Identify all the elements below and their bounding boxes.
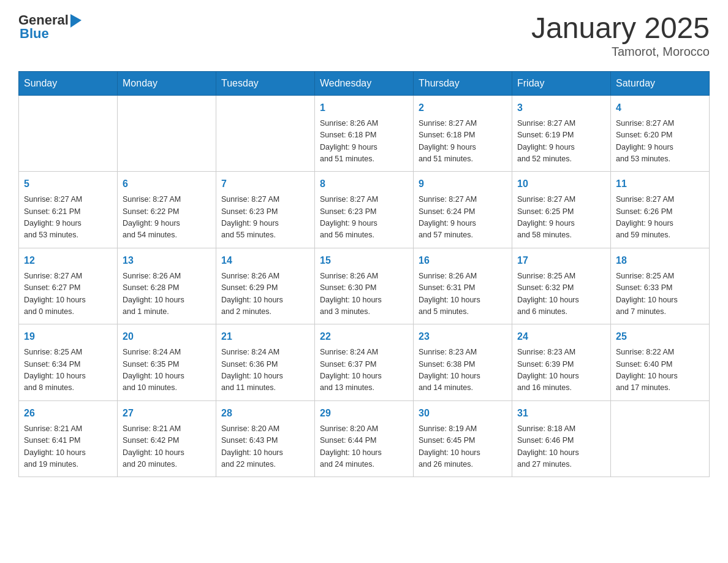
logo-arrow-icon <box>70 14 82 28</box>
calendar-cell: 17Sunrise: 8:25 AM Sunset: 6:32 PM Dayli… <box>512 248 611 324</box>
day-info: Sunrise: 8:27 AM Sunset: 6:21 PM Dayligh… <box>24 194 112 242</box>
calendar-cell <box>216 95 315 172</box>
day-info: Sunrise: 8:27 AM Sunset: 6:25 PM Dayligh… <box>517 194 605 242</box>
calendar-week-row: 26Sunrise: 8:21 AM Sunset: 6:41 PM Dayli… <box>19 400 710 477</box>
calendar-week-row: 12Sunrise: 8:27 AM Sunset: 6:27 PM Dayli… <box>19 248 710 324</box>
day-info: Sunrise: 8:25 AM Sunset: 6:34 PM Dayligh… <box>24 347 112 394</box>
calendar-week-row: 5Sunrise: 8:27 AM Sunset: 6:21 PM Daylig… <box>19 172 710 248</box>
calendar-cell: 22Sunrise: 8:24 AM Sunset: 6:37 PM Dayli… <box>315 324 414 401</box>
calendar-cell: 14Sunrise: 8:26 AM Sunset: 6:29 PM Dayli… <box>216 248 315 324</box>
day-number: 12 <box>24 253 112 268</box>
calendar-cell: 16Sunrise: 8:26 AM Sunset: 6:31 PM Dayli… <box>414 248 512 324</box>
day-number: 26 <box>24 406 112 421</box>
day-info: Sunrise: 8:24 AM Sunset: 6:37 PM Dayligh… <box>320 347 408 394</box>
day-number: 8 <box>320 177 408 191</box>
calendar-cell: 15Sunrise: 8:26 AM Sunset: 6:30 PM Dayli… <box>315 248 414 324</box>
svg-marker-0 <box>70 14 82 28</box>
day-number: 29 <box>320 406 408 421</box>
day-info: Sunrise: 8:21 AM Sunset: 6:42 PM Dayligh… <box>123 423 211 471</box>
day-number: 3 <box>517 101 605 115</box>
day-info: Sunrise: 8:27 AM Sunset: 6:24 PM Dayligh… <box>419 194 507 242</box>
calendar-cell: 30Sunrise: 8:19 AM Sunset: 6:45 PM Dayli… <box>414 400 512 477</box>
day-number: 14 <box>221 253 309 268</box>
logo: General Blue <box>18 12 82 42</box>
day-number: 27 <box>123 406 211 421</box>
calendar-cell: 6Sunrise: 8:27 AM Sunset: 6:22 PM Daylig… <box>118 172 216 248</box>
day-info: Sunrise: 8:27 AM Sunset: 6:19 PM Dayligh… <box>517 118 605 166</box>
calendar-week-row: 1Sunrise: 8:26 AM Sunset: 6:18 PM Daylig… <box>19 95 710 172</box>
day-number: 10 <box>517 177 605 191</box>
day-number: 5 <box>24 177 112 191</box>
day-number: 21 <box>221 329 309 344</box>
day-info: Sunrise: 8:23 AM Sunset: 6:38 PM Dayligh… <box>419 347 507 394</box>
day-number: 11 <box>616 177 704 191</box>
day-number: 30 <box>419 406 507 421</box>
day-info: Sunrise: 8:18 AM Sunset: 6:46 PM Dayligh… <box>517 423 605 471</box>
calendar-cell: 5Sunrise: 8:27 AM Sunset: 6:21 PM Daylig… <box>19 172 118 248</box>
day-number: 28 <box>221 406 309 421</box>
weekday-header-sunday: Sunday <box>19 71 118 95</box>
calendar-cell: 18Sunrise: 8:25 AM Sunset: 6:33 PM Dayli… <box>611 248 710 324</box>
weekday-header-tuesday: Tuesday <box>216 71 315 95</box>
day-info: Sunrise: 8:19 AM Sunset: 6:45 PM Dayligh… <box>419 423 507 471</box>
calendar-cell <box>118 95 216 172</box>
day-info: Sunrise: 8:26 AM Sunset: 6:31 PM Dayligh… <box>419 270 507 318</box>
day-info: Sunrise: 8:22 AM Sunset: 6:40 PM Dayligh… <box>616 347 704 394</box>
day-info: Sunrise: 8:27 AM Sunset: 6:18 PM Dayligh… <box>419 118 507 166</box>
calendar-cell: 20Sunrise: 8:24 AM Sunset: 6:35 PM Dayli… <box>118 324 216 401</box>
day-info: Sunrise: 8:26 AM Sunset: 6:28 PM Dayligh… <box>123 270 211 318</box>
calendar-cell: 29Sunrise: 8:20 AM Sunset: 6:44 PM Dayli… <box>315 400 414 477</box>
weekday-header-row: SundayMondayTuesdayWednesdayThursdayFrid… <box>19 71 710 95</box>
calendar-cell: 1Sunrise: 8:26 AM Sunset: 6:18 PM Daylig… <box>315 95 414 172</box>
day-number: 22 <box>320 329 408 344</box>
day-number: 31 <box>517 406 605 421</box>
title-block: January 2025 Tamorot, Morocco <box>531 12 710 59</box>
day-info: Sunrise: 8:25 AM Sunset: 6:33 PM Dayligh… <box>616 270 704 318</box>
calendar-cell: 23Sunrise: 8:23 AM Sunset: 6:38 PM Dayli… <box>414 324 512 401</box>
calendar-cell: 26Sunrise: 8:21 AM Sunset: 6:41 PM Dayli… <box>19 400 118 477</box>
calendar-cell: 4Sunrise: 8:27 AM Sunset: 6:20 PM Daylig… <box>611 95 710 172</box>
day-number: 19 <box>24 329 112 344</box>
day-number: 13 <box>123 253 211 268</box>
day-number: 6 <box>123 177 211 191</box>
day-info: Sunrise: 8:27 AM Sunset: 6:23 PM Dayligh… <box>320 194 408 242</box>
page-header: General Blue January 2025 Tamorot, Moroc… <box>18 12 710 59</box>
day-number: 25 <box>616 329 704 344</box>
day-number: 23 <box>419 329 507 344</box>
day-number: 20 <box>123 329 211 344</box>
calendar-cell: 8Sunrise: 8:27 AM Sunset: 6:23 PM Daylig… <box>315 172 414 248</box>
day-info: Sunrise: 8:20 AM Sunset: 6:43 PM Dayligh… <box>221 423 309 471</box>
calendar-cell: 11Sunrise: 8:27 AM Sunset: 6:26 PM Dayli… <box>611 172 710 248</box>
logo-blue: Blue <box>20 26 49 42</box>
calendar-cell: 12Sunrise: 8:27 AM Sunset: 6:27 PM Dayli… <box>19 248 118 324</box>
weekday-header-friday: Friday <box>512 71 611 95</box>
calendar-cell: 19Sunrise: 8:25 AM Sunset: 6:34 PM Dayli… <box>19 324 118 401</box>
day-number: 1 <box>320 101 408 115</box>
day-info: Sunrise: 8:24 AM Sunset: 6:36 PM Dayligh… <box>221 347 309 394</box>
calendar-cell <box>611 400 710 477</box>
weekday-header-wednesday: Wednesday <box>315 71 414 95</box>
calendar-cell: 24Sunrise: 8:23 AM Sunset: 6:39 PM Dayli… <box>512 324 611 401</box>
day-info: Sunrise: 8:24 AM Sunset: 6:35 PM Dayligh… <box>123 347 211 394</box>
day-number: 18 <box>616 253 704 268</box>
day-number: 7 <box>221 177 309 191</box>
day-number: 15 <box>320 253 408 268</box>
day-info: Sunrise: 8:27 AM Sunset: 6:26 PM Dayligh… <box>616 194 704 242</box>
weekday-header-monday: Monday <box>118 71 216 95</box>
calendar-cell: 7Sunrise: 8:27 AM Sunset: 6:23 PM Daylig… <box>216 172 315 248</box>
day-number: 16 <box>419 253 507 268</box>
day-number: 17 <box>517 253 605 268</box>
weekday-header-thursday: Thursday <box>414 71 512 95</box>
day-info: Sunrise: 8:26 AM Sunset: 6:29 PM Dayligh… <box>221 270 309 318</box>
day-info: Sunrise: 8:23 AM Sunset: 6:39 PM Dayligh… <box>517 347 605 394</box>
day-info: Sunrise: 8:27 AM Sunset: 6:20 PM Dayligh… <box>616 118 704 166</box>
calendar-cell: 31Sunrise: 8:18 AM Sunset: 6:46 PM Dayli… <box>512 400 611 477</box>
day-number: 4 <box>616 101 704 115</box>
calendar-cell: 10Sunrise: 8:27 AM Sunset: 6:25 PM Dayli… <box>512 172 611 248</box>
calendar-cell <box>19 95 118 172</box>
day-info: Sunrise: 8:27 AM Sunset: 6:23 PM Dayligh… <box>221 194 309 242</box>
calendar-cell: 13Sunrise: 8:26 AM Sunset: 6:28 PM Dayli… <box>118 248 216 324</box>
day-info: Sunrise: 8:27 AM Sunset: 6:27 PM Dayligh… <box>24 270 112 318</box>
day-info: Sunrise: 8:26 AM Sunset: 6:30 PM Dayligh… <box>320 270 408 318</box>
calendar-cell: 27Sunrise: 8:21 AM Sunset: 6:42 PM Dayli… <box>118 400 216 477</box>
